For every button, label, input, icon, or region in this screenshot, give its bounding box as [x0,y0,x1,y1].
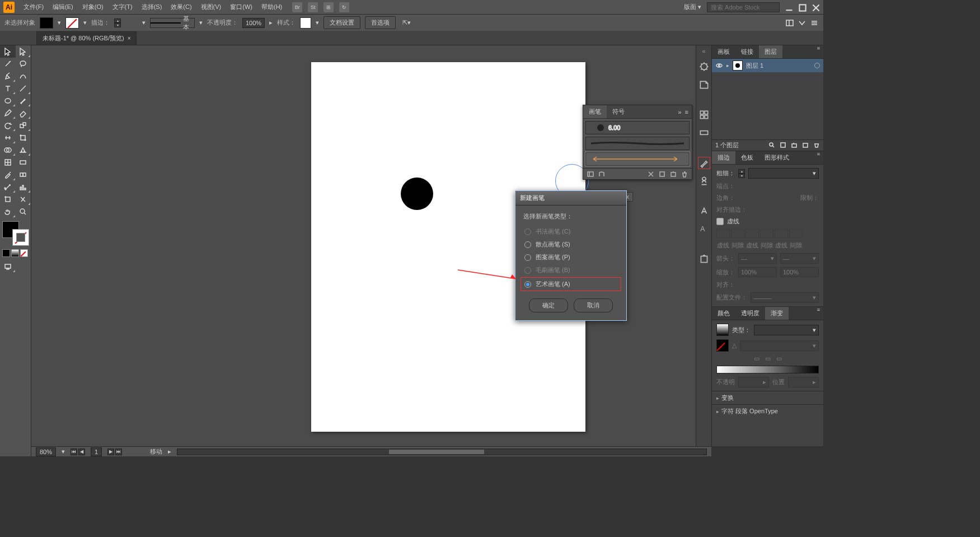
layer-target-icon[interactable] [814,63,820,68]
horizontal-scrollbar[interactable] [177,449,707,455]
dash-field[interactable] [716,229,730,238]
search-stock-input[interactable] [707,2,780,12]
window-close-icon[interactable] [812,4,820,11]
tab-artboards[interactable]: 画板 [712,45,735,58]
zoom-dropdown-icon[interactable]: ▾ [62,448,65,455]
menu-window[interactable]: 窗口(W) [226,0,257,14]
rotate-tool[interactable] [0,119,16,132]
status-dropdown-icon[interactable]: ▸ [168,448,171,455]
dialog-title[interactable]: 新建画笔 [515,191,626,206]
none-mode-icon[interactable] [20,249,28,257]
arrange-icon[interactable]: ⊞ [323,2,334,12]
window-minimize-icon[interactable] [785,4,793,11]
options-brush-icon[interactable] [658,170,666,178]
preferences-button[interactable]: 首选项 [365,16,396,29]
tab-graphic-styles[interactable]: 图形样式 [759,151,795,164]
stop-opacity-field[interactable]: ▸ [738,377,769,387]
brush-library-icon[interactable] [587,170,594,178]
gradient-stroke-mode-3-icon[interactable]: ▭ [776,355,782,362]
workspace-switcher[interactable]: 版面 ▾ [684,3,701,11]
gradient-slider[interactable] [716,366,819,373]
new-layer-icon[interactable] [802,142,809,150]
cancel-button[interactable]: 取消 [574,298,613,312]
menu-effect[interactable]: 效果(C) [166,0,196,14]
char-panel-strip-icon[interactable] [698,206,710,217]
gradient-tool[interactable] [16,156,31,169]
ellipse-tool[interactable] [0,95,16,107]
panel-collapse-icon[interactable]: » [678,109,681,115]
scale-tool[interactable] [16,119,31,132]
stroke-panel-menu-icon[interactable]: ≡ [814,151,823,164]
tab-brushes[interactable]: 画笔 [583,105,607,118]
gradient-stroke-mode-1-icon[interactable]: ▭ [754,355,759,362]
arrow-scale-end[interactable]: 100% [780,267,819,277]
perspective-grid-tool[interactable] [16,144,31,156]
selection-tool[interactable] [0,45,16,58]
weight-stepper[interactable]: ▴▾ [738,169,745,178]
tab-layers[interactable]: 图层 [759,45,782,58]
artboard-nav[interactable]: ⏮◀ [71,449,85,455]
menu-help[interactable]: 帮助(H) [257,0,287,14]
delete-brush-icon[interactable] [681,170,688,178]
direct-selection-tool[interactable] [16,45,31,58]
menu-select[interactable]: 选择(S) [137,0,167,14]
width-tool[interactable] [0,132,16,144]
tab-color[interactable]: 颜色 [712,307,735,320]
color-strip-icon[interactable] [698,127,710,138]
gradient-stroke-mode-2-icon[interactable]: ▭ [765,355,771,362]
curvature-tool[interactable] [16,70,31,82]
artboard-number-field[interactable]: 1 [91,447,102,456]
arrow-end-select[interactable]: —▾ [780,253,819,264]
gradient-angle-field[interactable]: ▾ [740,340,819,351]
libraries-icon[interactable] [598,170,606,178]
window-maximize-icon[interactable] [799,4,806,11]
free-transform-tool[interactable] [16,132,31,144]
gradient-panel-menu-icon[interactable]: ≡ [814,307,823,320]
eyedropper-tool[interactable] [0,169,16,181]
layer-row[interactable]: ▸ 图层 1 [712,59,823,72]
stroke-weight-stepper[interactable]: ▴▾ [114,18,121,27]
tab-links[interactable]: 链接 [735,45,759,58]
profile-select[interactable]: ———▾ [751,292,819,303]
fill-stroke-control[interactable] [2,221,29,246]
weight-field[interactable]: ▾ [748,168,819,179]
strip-collapse-icon[interactable]: « [696,48,711,54]
symbol-sprayer-tool[interactable] [0,181,16,193]
gradient-stroke-swatch[interactable] [716,339,729,352]
bridge-icon[interactable]: Br [292,2,302,12]
eraser-tool[interactable] [16,107,31,119]
swatches-strip-icon[interactable] [698,109,710,120]
stroke-dropdown-icon[interactable]: ▾ [83,19,87,26]
tab-gradient[interactable]: 渐变 [765,307,789,320]
type-panels-collapsed[interactable]: 字符 段落 OpenType [712,404,823,418]
hand-tool[interactable] [0,206,16,218]
paragraph-strip-icon[interactable]: A [698,223,710,235]
menu-object[interactable]: 对象(O) [78,0,108,14]
layers-strip-icon[interactable] [698,79,710,90]
menu-view[interactable]: 视图(V) [196,0,226,14]
tab-symbols[interactable]: 符号 [607,105,630,118]
stock-icon[interactable]: St [308,2,318,12]
line-segment-tool[interactable] [16,82,31,95]
brush-item[interactable]: 6.00 [585,121,690,134]
brushes-strip-icon[interactable] [698,157,710,169]
opacity-value[interactable]: 100% [242,18,265,28]
symbols-strip-icon[interactable] [698,175,710,186]
transform-panel-collapsed[interactable]: 变换 [712,391,823,404]
ok-button[interactable]: 确定 [529,298,568,312]
make-clip-icon[interactable] [780,142,786,150]
remove-stroke-icon[interactable] [647,170,655,178]
export-strip-icon[interactable] [698,254,710,265]
graphic-style-dropdown-icon[interactable]: ▾ [316,19,319,26]
align-flyout-icon[interactable]: ⇱▾ [402,19,411,26]
mesh-tool[interactable] [0,156,16,169]
panel-toggle-icon[interactable] [785,18,794,27]
graphic-style-swatch[interactable] [300,17,311,29]
layer-name[interactable]: 图层 1 [746,62,811,70]
zoom-field[interactable]: 80% [36,447,56,456]
locate-layer-icon[interactable] [768,142,775,150]
gradient-fill-swatch[interactable] [716,324,729,336]
new-brush-icon[interactable] [669,170,677,178]
shape-builder-tool[interactable] [0,144,16,156]
gap-field[interactable] [789,229,803,238]
